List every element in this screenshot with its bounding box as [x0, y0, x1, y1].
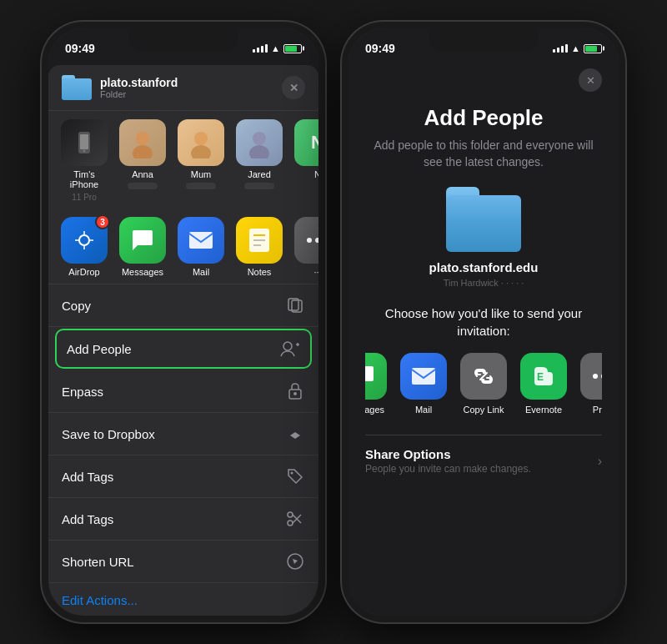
share-header: plato.stanford Folder ✕	[48, 65, 318, 111]
menu-copy[interactable]: Copy	[48, 284, 318, 327]
contact-mum[interactable]: Mum	[175, 119, 227, 202]
contact-name: N	[314, 169, 318, 179]
svg-point-31	[593, 374, 598, 379]
svg-point-8	[249, 145, 269, 158]
choice-copylink[interactable]: Copy Link	[460, 353, 507, 415]
signal-icon-2	[553, 44, 568, 53]
phone-1: 09:49 ▲	[42, 22, 325, 622]
folder-name: plato.stanford	[100, 76, 178, 89]
app-choices: Messages Mail	[365, 353, 602, 415]
choice-name: Copy Link	[464, 405, 504, 415]
folder-icon-small	[62, 75, 92, 100]
app-messages[interactable]: Messages	[117, 217, 168, 277]
contact-name: Mum	[191, 169, 211, 179]
chevron-right-icon: ›	[598, 454, 602, 469]
svg-point-2	[83, 150, 86, 153]
messages-icon-symbol	[129, 227, 156, 254]
choice-evernote[interactable]: E Evernote	[520, 353, 567, 415]
signal-icon	[253, 44, 268, 53]
folder-preview: plato.stanford.edu Tim Hardwick · · · · …	[365, 187, 602, 288]
contact-anna[interactable]: Anna	[117, 119, 168, 202]
mail-icon-symbol	[188, 229, 214, 252]
notes-icon-symbol	[248, 227, 271, 254]
folder-type: Folder	[100, 89, 178, 99]
contact-name: Tim's iPhone	[58, 169, 110, 189]
share-sheet: plato.stanford Folder ✕	[48, 65, 318, 616]
choice-messages-icon	[365, 363, 377, 390]
app-name: Messages	[122, 267, 163, 277]
app-mail[interactable]: Mail	[175, 217, 227, 277]
menu-copy-devices[interactable]: Add Tags	[48, 498, 318, 541]
copy-link-icon-symbol	[472, 365, 495, 388]
app-more[interactable]: ···	[292, 217, 318, 277]
svg-point-25	[291, 472, 293, 475]
add-people-subtitle: Add people to this folder and everyone w…	[365, 138, 602, 170]
contact-n[interactable]: N N	[292, 119, 318, 202]
choice-mail-icon	[410, 365, 437, 388]
choice-name: Mail	[415, 405, 432, 415]
app-name: ···	[313, 267, 318, 277]
choice-name: Messages	[365, 405, 384, 415]
app-name: AirDrop	[68, 267, 99, 277]
add-people-icon	[280, 339, 300, 359]
contact-iphone[interactable]: Tim's iPhone 11 Pro	[58, 119, 110, 202]
mum-avatar	[185, 127, 217, 158]
choice-mail[interactable]: Mail	[400, 353, 447, 415]
compass-icon	[285, 551, 305, 571]
contact-jared[interactable]: Jared	[233, 119, 285, 202]
svg-rect-29	[412, 368, 435, 385]
notch-1	[129, 28, 238, 52]
evernote-icon-symbol: E	[531, 364, 556, 389]
battery-icon-2	[584, 44, 602, 53]
airdrop-badge: 3	[95, 214, 110, 229]
battery-icon	[283, 44, 302, 53]
scissors-icon	[285, 509, 305, 529]
contacts-row: Tim's iPhone 11 Pro Anna	[48, 111, 318, 210]
app-notes[interactable]: Notes	[233, 217, 285, 277]
edit-actions-link[interactable]: Edit Actions...	[48, 583, 318, 616]
anna-avatar	[127, 127, 158, 158]
choice-more[interactable]: Pro...	[580, 353, 602, 415]
app-airdrop[interactable]: 3 AirDrop	[58, 217, 110, 277]
close-button-2[interactable]: ✕	[579, 68, 602, 92]
svg-point-27	[288, 512, 293, 517]
menu-tags[interactable]: Add Tags	[48, 455, 318, 498]
contact-name: Anna	[132, 169, 153, 179]
jared-avatar	[243, 127, 275, 158]
choice-name: Pro...	[593, 405, 602, 415]
menu-add-people[interactable]: Add People	[55, 329, 312, 369]
tags-icon	[285, 466, 305, 486]
svg-rect-1	[80, 134, 88, 149]
iphone-icon	[72, 130, 97, 155]
share-options-title: Share Options	[365, 447, 531, 461]
status-icons-2: ▲	[553, 43, 602, 53]
more-choices-icon	[591, 372, 602, 380]
wifi-icon: ▲	[271, 43, 280, 53]
screen-1: 09:49 ▲	[48, 28, 318, 616]
choice-messages[interactable]: Messages	[365, 353, 387, 415]
svg-point-15	[307, 238, 312, 243]
menu-dropbox[interactable]: Save to Dropbox	[48, 413, 318, 455]
copy-icon	[285, 295, 305, 315]
menu-enpass[interactable]: Enpass	[48, 370, 318, 413]
menu-shorten-url[interactable]: Shorten URL	[48, 541, 318, 583]
svg-point-3	[136, 132, 149, 145]
app-name: Mail	[193, 267, 209, 277]
svg-point-26	[288, 521, 293, 526]
close-button[interactable]: ✕	[282, 76, 305, 99]
svg-point-24	[293, 392, 297, 395]
screen-2: 09:49 ▲ ✕	[349, 28, 619, 616]
svg-point-9	[79, 235, 89, 245]
svg-point-4	[133, 145, 153, 158]
menu-items: Copy Add People	[48, 284, 318, 616]
phone-2: 09:49 ▲ ✕	[342, 22, 625, 622]
add-people-title: Add People	[365, 105, 602, 131]
notch-2	[429, 28, 538, 52]
svg-point-7	[253, 132, 266, 145]
svg-point-32	[601, 374, 602, 379]
svg-text:E: E	[537, 371, 544, 383]
svg-point-5	[194, 132, 208, 145]
more-icon-symbol	[305, 236, 318, 244]
invite-label: Choose how you'd like to send your invit…	[365, 304, 602, 340]
share-options-header[interactable]: Share Options People you invite can make…	[365, 447, 602, 475]
